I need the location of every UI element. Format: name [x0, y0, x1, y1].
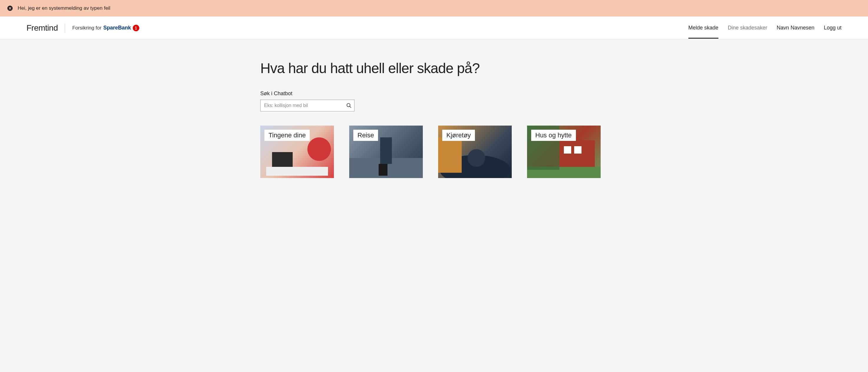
search-field-wrap — [260, 99, 354, 111]
search-label: Søk i Chatbot — [260, 90, 608, 97]
svg-point-3 — [307, 137, 331, 161]
svg-rect-2 — [272, 152, 293, 167]
main-nav: Melde skadeDine skadesakerNavn NavnesenL… — [688, 17, 841, 38]
category-card-2[interactable]: Kjøretøy — [438, 125, 512, 178]
category-label: Hus og hytte — [531, 130, 576, 141]
partner-badge-icon: 1 — [133, 25, 139, 31]
category-card-1[interactable]: Reise — [349, 125, 423, 178]
alert-message: Hei, jeg er en systemmelding av typen fe… — [18, 5, 111, 11]
page-title: Hva har du hatt uhell eller skade på? — [260, 60, 608, 76]
error-icon — [7, 5, 13, 11]
svg-rect-12 — [564, 146, 571, 153]
search-input[interactable] — [260, 99, 354, 111]
brand-area: Fremtind Forsikring for SpareBank 1 — [27, 23, 139, 33]
nav-link-3[interactable]: Logg ut — [824, 17, 841, 38]
nav-link-2[interactable]: Navn Navnesen — [777, 17, 814, 38]
svg-rect-11 — [559, 140, 595, 170]
category-card-0[interactable]: Tingene dine — [260, 125, 334, 178]
category-label: Tingene dine — [265, 130, 310, 141]
brand-partner: Forsikring for SpareBank 1 — [72, 25, 139, 31]
nav-link-0[interactable]: Melde skade — [688, 17, 718, 38]
brand-divider — [65, 23, 65, 33]
nav-link-1[interactable]: Dine skadesaker — [728, 17, 767, 38]
system-alert: Hei, jeg er en systemmelding av typen fe… — [0, 0, 868, 17]
svg-rect-6 — [380, 137, 392, 164]
svg-rect-10 — [438, 137, 462, 173]
category-label: Reise — [353, 130, 378, 141]
svg-point-9 — [468, 149, 485, 167]
svg-rect-13 — [574, 146, 582, 153]
svg-rect-7 — [379, 164, 388, 176]
category-grid: Tingene dineReiseKjøretøyHus og hytte — [260, 125, 608, 178]
brand-logo-text[interactable]: Fremtind — [27, 23, 58, 33]
category-card-3[interactable]: Hus og hytte — [527, 125, 601, 178]
page-header: Fremtind Forsikring for SpareBank 1 Meld… — [0, 17, 868, 39]
partner-prefix: Forsikring for — [72, 25, 101, 31]
category-label: Kjøretøy — [442, 130, 475, 141]
main-content: Hva har du hatt uhell eller skade på? Sø… — [254, 39, 614, 190]
svg-rect-4 — [266, 167, 328, 176]
partner-name: SpareBank — [103, 25, 131, 31]
